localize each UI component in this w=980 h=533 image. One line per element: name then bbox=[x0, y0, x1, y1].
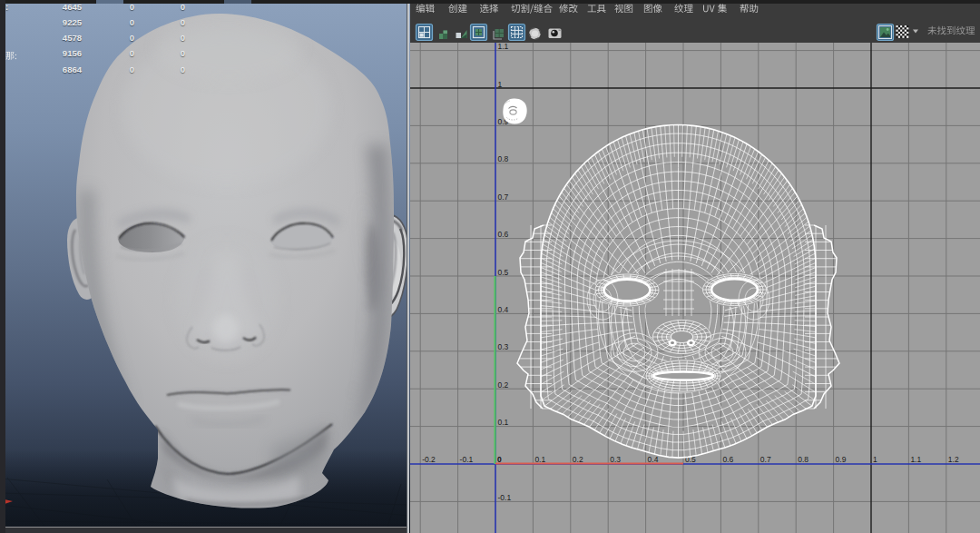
svg-text:1: 1 bbox=[498, 80, 503, 89]
svg-text:1: 1 bbox=[873, 455, 877, 464]
svg-text:0.7: 0.7 bbox=[760, 455, 771, 464]
svg-text:0.4: 0.4 bbox=[648, 455, 659, 464]
svg-text:-0.1: -0.1 bbox=[460, 455, 474, 464]
svg-text:0.3: 0.3 bbox=[498, 342, 509, 351]
svg-text:0.2: 0.2 bbox=[498, 380, 509, 390]
svg-text:0.5: 0.5 bbox=[498, 268, 509, 277]
svg-text:0.4: 0.4 bbox=[498, 305, 509, 314]
svg-text:0.7: 0.7 bbox=[498, 192, 509, 202]
svg-text:-0.2: -0.2 bbox=[422, 455, 436, 464]
svg-text:0.1: 0.1 bbox=[534, 455, 545, 464]
svg-text:1.1: 1.1 bbox=[498, 42, 509, 51]
svg-text:1.1: 1.1 bbox=[910, 455, 921, 464]
svg-text:0: 0 bbox=[497, 455, 502, 464]
svg-text:0.6: 0.6 bbox=[498, 230, 509, 239]
svg-text:0.9: 0.9 bbox=[836, 455, 847, 464]
svg-text:0.2: 0.2 bbox=[573, 455, 583, 464]
svg-text:0.6: 0.6 bbox=[722, 455, 733, 464]
svg-text:0.8: 0.8 bbox=[798, 455, 808, 464]
svg-text:0.1: 0.1 bbox=[498, 418, 509, 427]
svg-text:0.8: 0.8 bbox=[498, 154, 509, 163]
svg-text:1.2: 1.2 bbox=[948, 455, 959, 464]
svg-text:0.3: 0.3 bbox=[610, 455, 621, 464]
svg-text:-0.1: -0.1 bbox=[498, 493, 512, 502]
